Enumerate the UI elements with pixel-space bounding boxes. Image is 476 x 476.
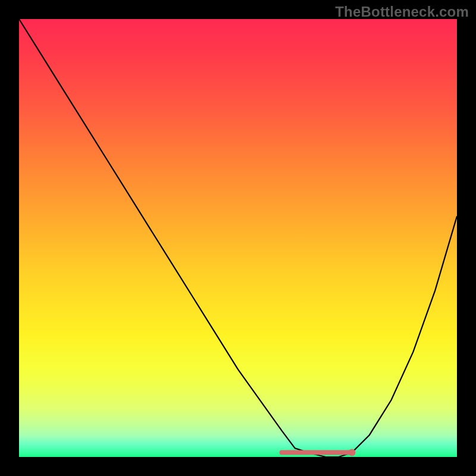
plot-area bbox=[19, 19, 457, 457]
chart-frame: TheBottleneck.com bbox=[0, 0, 476, 476]
bottleneck-curve-line bbox=[19, 19, 457, 457]
watermark-text: TheBottleneck.com bbox=[335, 4, 469, 20]
curve-svg bbox=[19, 19, 457, 457]
marker-end-dot bbox=[348, 449, 355, 456]
